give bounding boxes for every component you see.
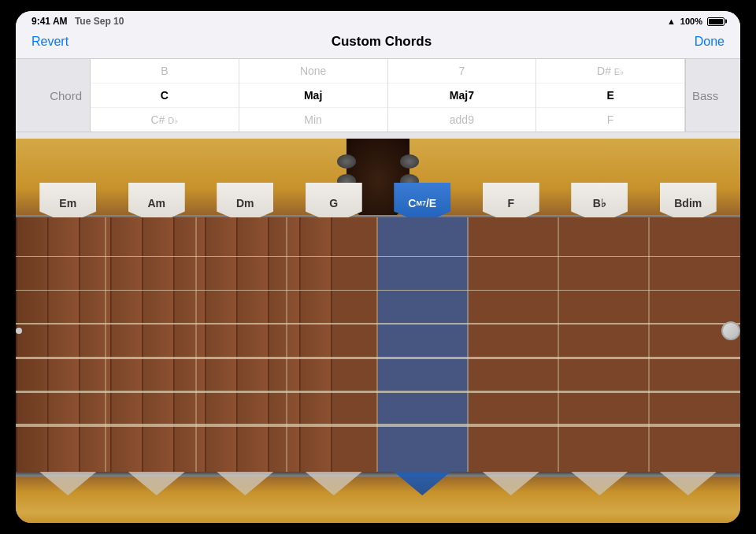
tuner-right-1 [400,154,419,169]
bass-label: Bass [685,59,740,132]
picker-ext-item-0[interactable]: 7 [388,59,536,83]
chord-label: Chord [16,59,91,132]
bottom-arrow-0 [39,472,96,495]
chord-label-text: Chord [50,89,82,102]
nav-title: Custom Chords [332,34,432,50]
battery-indicator [707,17,724,26]
revert-button[interactable]: Revert [32,32,69,52]
done-button[interactable]: Done [695,32,724,52]
bass-label-text: Bass [692,89,718,102]
fret-col-2 [197,217,287,476]
fret-col-6 [559,217,650,476]
fret-col-3 [287,217,378,476]
chord-buttons-row: Em Am Dm G CM7/E F B♭ [16,170,740,224]
bottom-nut [16,472,740,523]
tuner-left-1 [337,154,356,169]
fret-col-5 [469,217,559,476]
bottom-arrow-2 [217,472,273,495]
picker-root-col[interactable]: B C C# D♭ [91,59,239,132]
bottom-arrow-5 [483,472,539,495]
picker-bass-item-1[interactable]: E [536,83,684,108]
status-bar: 9:41 AM Tue Sep 10 ▲ 100% [16,11,740,30]
side-dot [16,328,22,334]
picker-bass-col[interactable]: D# E♭ E F [536,59,685,132]
device-frame: 9:41 AM Tue Sep 10 ▲ 100% Revert Custom … [16,11,740,523]
bottom-chord-arrows [16,472,740,523]
picker-quality-item-1[interactable]: Maj [239,83,387,108]
fret-col-1 [106,217,197,476]
bottom-arrow-3 [306,472,362,495]
picker-bass-item-0[interactable]: D# E♭ [536,59,684,83]
battery-percent: 100% [680,17,702,26]
bottom-arrow-1 [128,472,185,495]
picker-ext-col[interactable]: 7 Maj7 add9 [388,59,537,132]
wifi-icon: ▲ [667,17,676,26]
status-left: 9:41 AM Tue Sep 10 [32,16,124,27]
home-button[interactable] [721,321,740,340]
fretboard [16,217,740,476]
picker-inner: Chord B C C# D♭ None Maj [16,58,740,132]
picker-root-item-2[interactable]: C# D♭ [91,108,239,132]
picker-root-item-0[interactable]: B [91,59,239,83]
status-icons: ▲ 100% [667,17,724,26]
picker-ext-item-1[interactable]: Maj7 [388,83,536,108]
fret-col-7 [650,217,740,476]
guitar-area: Em Am Dm G CM7/E F B♭ [16,139,740,523]
battery-fill [709,19,723,24]
picker-bass-item-2[interactable]: F [536,108,684,132]
picker-ext-item-2[interactable]: add9 [388,108,536,132]
time-display: 9:41 AM [32,16,68,27]
picker-area: Chord B C C# D♭ None Maj [16,58,740,139]
battery-bar [707,17,724,26]
date-display: Tue Sep 10 [75,16,124,27]
picker-root-item-1[interactable]: C [91,83,239,108]
picker-quality-col[interactable]: None Maj Min [239,59,388,132]
picker-quality-item-0[interactable]: None [239,59,387,83]
picker-quality-item-2[interactable]: Min [239,108,387,132]
nav-bar: Revert Custom Chords Done [16,30,740,58]
bottom-arrow-7 [660,472,717,495]
fret-col-0 [16,217,106,476]
fret-col-4-active [378,217,469,476]
bottom-arrow-4-active [394,472,450,495]
bottom-arrow-6 [571,472,628,495]
